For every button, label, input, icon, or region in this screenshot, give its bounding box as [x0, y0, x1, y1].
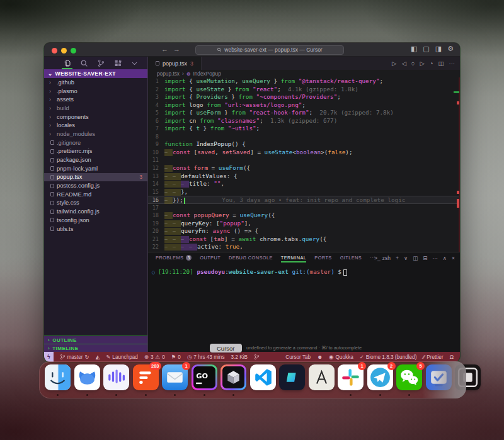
dock-app-rss-reader[interactable]: 283: [133, 364, 159, 397]
dock-app-follow[interactable]: [74, 364, 100, 397]
zoom-traffic-light[interactable]: [71, 48, 76, 54]
dock-app-vscode[interactable]: [250, 364, 276, 397]
statusbar-commit-graph[interactable]: [254, 354, 260, 360]
panel-tab-terminal[interactable]: TERMINAL: [281, 252, 307, 263]
code-editor[interactable]: 1import { useMutation, useQuery } from "…: [148, 77, 460, 252]
statusbar-file-size[interactable]: 3.2 KiB: [231, 354, 248, 360]
source-control-icon[interactable]: [97, 57, 105, 69]
kill-terminal-icon[interactable]: ⊟: [423, 255, 427, 261]
file-row-.github[interactable]: ›.github: [44, 78, 147, 87]
statusbar-git-branch[interactable]: master↻: [60, 354, 89, 360]
more-terminal-actions-icon[interactable]: ···: [432, 255, 438, 261]
dock-app-atlas[interactable]: [309, 364, 335, 397]
statusbar-problems-summary[interactable]: ⊗3⚠0: [144, 354, 165, 360]
panel-tab-output[interactable]: OUTPUT: [200, 252, 220, 263]
file-row-.gitignore[interactable]: .gitignore: [44, 138, 147, 147]
file-tree[interactable]: ›.github›.plasmo›assets›build›components…: [44, 78, 147, 233]
overview-ruler[interactable]: [454, 77, 460, 252]
dock-app-windows-app[interactable]: [279, 364, 305, 397]
close-traffic-light[interactable]: [52, 48, 57, 54]
close-panel-icon[interactable]: ×: [452, 255, 455, 261]
dock-app-finder[interactable]: [45, 364, 71, 397]
toggle-panel-icon[interactable]: ▢: [423, 45, 429, 53]
panel-tab-problems[interactable]: PROBLEMS3: [156, 252, 192, 263]
file-row-.plasmo[interactable]: ›.plasmo: [44, 87, 147, 96]
file-row-components[interactable]: ›components: [44, 113, 147, 121]
toggle-secondary-sidebar-icon[interactable]: ◨: [435, 45, 442, 53]
panel-actions[interactable]: >_ zsh +∨◫⊟···∧×: [374, 252, 455, 263]
dock[interactable]: 2831GO125: [39, 361, 466, 398]
extensions-icon[interactable]: [114, 57, 122, 69]
statusbar-copilot-cat[interactable]: ☻: [317, 354, 323, 360]
statusbar-prettier[interactable]: ∕∕Prettier: [423, 354, 443, 360]
statusbar-launchpad-rocket[interactable]: ◭: [96, 354, 100, 360]
breadcrumb-file[interactable]: popup.tsx: [157, 71, 180, 77]
file-row-popup.tsx[interactable]: popup.tsx3: [44, 173, 147, 182]
tab-popup-tsx[interactable]: popup.tsx 3: [148, 57, 202, 70]
dock-app-telegram[interactable]: 2: [367, 364, 393, 397]
nav-back-icon[interactable]: ◁: [401, 60, 406, 67]
nav-dot-icon[interactable]: ○: [411, 60, 415, 67]
project-header[interactable]: ⌄ WEBSITE-SAVER-EXT: [44, 69, 147, 78]
dock-app-slack[interactable]: 1: [338, 364, 364, 397]
terminal[interactable]: ○[19:11:20] pseudoyu:website-saver-ext g…: [148, 263, 460, 344]
split-terminal-icon[interactable]: ◫: [413, 255, 418, 261]
more-actions-icon[interactable]: ···: [449, 60, 455, 67]
dock-app-goland[interactable]: GO: [192, 364, 217, 397]
file-row-node_modules[interactable]: ›node_modules: [44, 130, 147, 138]
statusbar-notifications-bell[interactable]: Ω: [450, 354, 454, 360]
search-icon[interactable]: [80, 57, 88, 69]
panel-tab-debug-console[interactable]: DEBUG CONSOLE: [229, 252, 273, 263]
file-row-package.json[interactable]: package.json: [44, 155, 147, 164]
titlebar[interactable]: ←→ website-saver-ext — popup.tsx — Curso…: [44, 43, 460, 57]
statusbar-quokka[interactable]: ◉Quokka: [329, 354, 353, 360]
dock-app-cursor[interactable]: [220, 364, 246, 397]
shell-selector[interactable]: >_ zsh: [374, 255, 391, 261]
settings-gear-icon[interactable]: ⚙: [447, 45, 454, 53]
file-row-postcss.config.js[interactable]: postcss.config.js: [44, 181, 147, 190]
timeline-section-header[interactable]: › TIMELINE: [44, 344, 147, 352]
file-row-.prettierrc.mjs[interactable]: .prettierrc.mjs: [44, 147, 147, 156]
panel-tab-ports[interactable]: PORTS: [314, 252, 331, 263]
file-row-build[interactable]: ›build: [44, 104, 147, 113]
breadcrumb[interactable]: popup.tsx › ⊛ IndexPopup: [148, 70, 460, 77]
minimize-traffic-light[interactable]: [61, 48, 67, 54]
file-row-locales[interactable]: ›locales: [44, 121, 147, 130]
more-views-icon[interactable]: [131, 57, 138, 69]
editor-actions[interactable]: ▷◁○▷◔◫···: [392, 57, 455, 70]
run-history-icon[interactable]: ◔: [430, 60, 433, 67]
window-layout-controls[interactable]: ◧▢◨⚙: [411, 45, 454, 53]
dock-app-things[interactable]: [426, 364, 452, 397]
outline-section-header[interactable]: › OUTLINE: [44, 336, 147, 344]
dock-app-wechat[interactable]: 5: [396, 364, 422, 397]
statusbar-cursor-tab[interactable]: Cursor Tab: [285, 354, 311, 360]
toggle-primary-sidebar-icon[interactable]: ◧: [411, 45, 417, 53]
panel-tab-gitlens[interactable]: GITLENS: [340, 252, 362, 263]
file-row-utils.ts[interactable]: utils.ts: [44, 225, 147, 234]
back-arrow-icon[interactable]: ←: [161, 45, 173, 53]
statusbar-wakatime[interactable]: ◷7 hrs 43 mins: [187, 354, 225, 360]
dock-app-extra-app[interactable]: [455, 364, 481, 397]
maximize-panel-icon[interactable]: ∧: [443, 255, 447, 261]
statusbar-gitlens-launchpad[interactable]: ✎Launchpad: [106, 354, 138, 360]
nav-forward-icon[interactable]: ▷: [420, 60, 424, 67]
new-terminal-icon[interactable]: +: [396, 255, 399, 261]
statusbar-flag-counter[interactable]: ⚑0: [171, 354, 181, 360]
file-row-style.css[interactable]: style.css: [44, 199, 147, 208]
file-row-tailwind.config.js[interactable]: tailwind.config.js: [44, 207, 147, 216]
statusbar-biome[interactable]: ✓Biome 1.8.3 (bundled): [360, 354, 417, 360]
run-icon[interactable]: ▷: [392, 60, 396, 67]
file-row-assets[interactable]: ›assets: [44, 95, 147, 104]
window-title-pill[interactable]: website-saver-ext — popup.tsx — Cursor: [195, 45, 344, 55]
activity-bar[interactable]: [44, 57, 147, 69]
terminal-dropdown-icon[interactable]: ∨: [404, 255, 408, 261]
breadcrumb-symbol[interactable]: IndexPopup: [193, 71, 220, 77]
history-nav[interactable]: ←→: [161, 45, 185, 53]
file-row-pnpm-lock.yaml[interactable]: pnpm-lock.yaml: [44, 164, 147, 173]
dock-app-waveform-app[interactable]: [103, 364, 129, 397]
explorer-icon[interactable]: [63, 57, 71, 69]
statusbar-remote-indicator[interactable]: ϟ: [44, 352, 54, 362]
file-row-README.md[interactable]: README.md: [44, 190, 147, 199]
forward-arrow-icon[interactable]: →: [173, 45, 185, 53]
file-row-tsconfig.json[interactable]: tsconfig.json: [44, 216, 147, 225]
